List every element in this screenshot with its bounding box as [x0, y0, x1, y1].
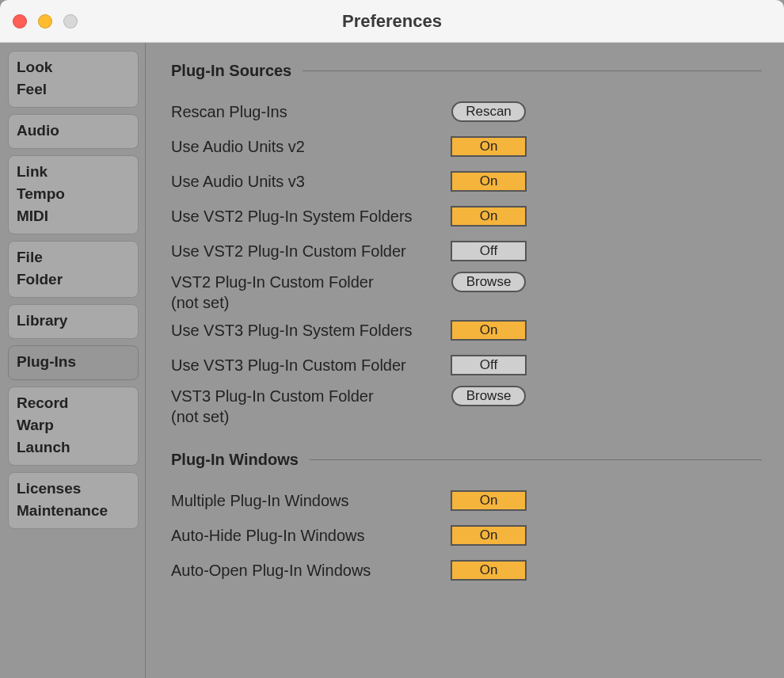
titlebar: Preferences [0, 0, 784, 43]
row-vst3-custom: Use VST3 Plug-In Custom Folder Off [171, 348, 762, 383]
label-vst3-browse: VST3 Plug-In Custom Folder (not set) [171, 386, 445, 427]
toggle-autoopen-windows[interactable]: On [451, 560, 527, 581]
label-au-v3: Use Audio Units v3 [171, 171, 445, 192]
toggle-vst2-sys[interactable]: On [451, 206, 527, 227]
label-multiple-windows: Multiple Plug-In Windows [171, 490, 445, 511]
section-header-sources: Plug-In Sources [171, 62, 762, 80]
row-vst2-browse: VST2 Plug-In Custom Folder (not set) Bro… [171, 269, 762, 313]
sidebar-item-label: Look [17, 56, 130, 78]
label-vst3-browse-sub: (not set) [171, 406, 445, 427]
label-vst2-browse: VST2 Plug-In Custom Folder (not set) [171, 272, 445, 313]
label-vst3-browse-main: VST3 Plug-In Custom Folder [171, 387, 374, 405]
toggle-vst3-custom[interactable]: Off [451, 355, 527, 375]
label-vst2-browse-main: VST2 Plug-In Custom Folder [171, 273, 374, 291]
sidebar-item-record-warp-launch[interactable]: RecordWarpLaunch [8, 387, 139, 466]
sidebar-item-label: Folder [17, 269, 130, 291]
row-autohide-windows: Auto-Hide Plug-In Windows On [171, 518, 762, 553]
minimize-icon[interactable] [38, 14, 52, 29]
sidebar-item-label: MIDI [17, 205, 130, 227]
sidebar-item-label: Library [17, 310, 130, 332]
sidebar-item-licenses-maintenance[interactable]: LicensesMaintenance [8, 472, 139, 529]
sidebar-item-label: Licenses [17, 478, 130, 500]
sidebar-item-audio[interactable]: Audio [8, 114, 139, 149]
row-vst3-sys: Use VST3 Plug-In System Folders On [171, 313, 762, 348]
row-autoopen-windows: Auto-Open Plug-In Windows On [171, 553, 762, 588]
section-title-windows: Plug-In Windows [171, 451, 299, 469]
row-vst2-sys: Use VST2 Plug-In System Folders On [171, 199, 762, 234]
sidebar-item-label: Link [17, 161, 130, 183]
zoom-icon[interactable] [63, 14, 78, 29]
label-autohide-windows: Auto-Hide Plug-In Windows [171, 525, 445, 546]
label-rescan: Rescan Plug-Ins [171, 101, 445, 122]
sidebar-item-label: Maintenance [17, 500, 130, 522]
sidebar-item-library[interactable]: Library [8, 304, 139, 339]
row-vst3-browse: VST3 Plug-In Custom Folder (not set) Bro… [171, 383, 762, 427]
sidebar-item-label: File [17, 246, 130, 269]
label-vst3-custom: Use VST3 Plug-In Custom Folder [171, 355, 445, 375]
row-rescan: Rescan Plug-Ins Rescan [171, 94, 762, 129]
row-multiple-windows: Multiple Plug-In Windows On [171, 483, 762, 518]
label-au-v2: Use Audio Units v2 [171, 136, 445, 157]
window-controls [13, 14, 78, 29]
sidebar-item-label: Warp [17, 414, 130, 436]
browse-vst2-button[interactable]: Browse [451, 272, 526, 292]
toggle-au-v3[interactable]: On [451, 171, 527, 192]
browse-vst3-button[interactable]: Browse [451, 386, 526, 406]
close-icon[interactable] [13, 14, 27, 29]
toggle-vst2-custom[interactable]: Off [451, 241, 527, 261]
sidebar-item-plug-ins[interactable]: Plug-Ins [8, 345, 139, 380]
label-vst2-browse-sub: (not set) [171, 292, 445, 313]
sidebar-item-link-tempo-midi[interactable]: LinkTempoMIDI [8, 155, 139, 234]
sidebar-item-label: Launch [17, 436, 130, 459]
sidebar-item-file-folder[interactable]: FileFolder [8, 241, 139, 298]
sidebar-item-look-feel[interactable]: LookFeel [8, 51, 139, 108]
sidebar: LookFeelAudioLinkTempoMIDIFileFolderLibr… [0, 43, 146, 678]
rescan-button[interactable]: Rescan [451, 101, 526, 122]
content-pane: Plug-In Sources Rescan Plug-Ins Rescan U… [146, 43, 784, 678]
toggle-autohide-windows[interactable]: On [451, 525, 527, 546]
toggle-au-v2[interactable]: On [451, 136, 527, 157]
row-au-v2: Use Audio Units v2 On [171, 129, 762, 164]
section-title-sources: Plug-In Sources [171, 62, 291, 80]
sidebar-item-label: Audio [17, 120, 130, 142]
label-vst2-custom: Use VST2 Plug-In Custom Folder [171, 241, 445, 261]
toggle-vst3-sys[interactable]: On [451, 320, 527, 341]
sidebar-item-label: Tempo [17, 183, 130, 205]
label-vst3-sys: Use VST3 Plug-In System Folders [171, 320, 445, 341]
sidebar-item-label: Feel [17, 78, 130, 101]
sidebar-item-label: Plug-Ins [17, 351, 130, 373]
row-vst2-custom: Use VST2 Plug-In Custom Folder Off [171, 234, 762, 269]
row-au-v3: Use Audio Units v3 On [171, 164, 762, 199]
toggle-multiple-windows[interactable]: On [451, 490, 527, 511]
sidebar-item-label: Record [17, 392, 130, 414]
divider [303, 70, 762, 71]
label-vst2-sys: Use VST2 Plug-In System Folders [171, 206, 445, 227]
divider [310, 459, 762, 460]
section-header-windows: Plug-In Windows [171, 451, 762, 469]
window-title: Preferences [342, 11, 442, 32]
label-autoopen-windows: Auto-Open Plug-In Windows [171, 560, 445, 581]
